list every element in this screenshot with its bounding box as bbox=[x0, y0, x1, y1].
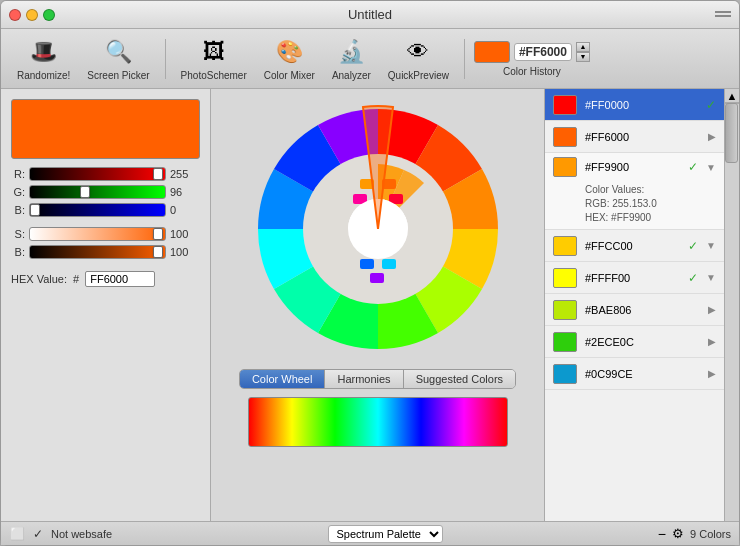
blue-slider[interactable] bbox=[29, 203, 166, 217]
saturation-label: S: bbox=[11, 228, 25, 240]
blue-label: B: bbox=[11, 204, 25, 216]
green-thumb[interactable] bbox=[80, 186, 90, 198]
color-list-item-expanded[interactable]: #FF9900 ✓ ▼ Color Values: RGB: 255.153.0… bbox=[545, 153, 724, 230]
analyzer-tool[interactable]: 🔬 Analyzer bbox=[326, 34, 377, 83]
color-name: #FFFF00 bbox=[585, 272, 680, 284]
color-mixer-tool[interactable]: 🎨 Color Mixer bbox=[258, 34, 321, 83]
bottom-right: − ⚙ 9 Colors bbox=[658, 526, 731, 542]
color-list-item[interactable]: #FF0000 ✓ bbox=[545, 89, 724, 121]
color-name: #FF0000 bbox=[585, 99, 698, 111]
color-name: #BAE806 bbox=[585, 304, 700, 316]
saturation-slider-row: S: 100 bbox=[11, 227, 200, 241]
close-button[interactable] bbox=[9, 9, 21, 21]
svg-rect-9 bbox=[370, 273, 384, 283]
color-count: 9 Colors bbox=[690, 528, 731, 540]
spectrum-select[interactable]: Spectrum Palette bbox=[328, 525, 443, 543]
scrollbar[interactable]: ▲ ▼ bbox=[724, 89, 739, 521]
saturation-value: 100 bbox=[170, 228, 200, 240]
resize-control[interactable] bbox=[715, 9, 731, 21]
photo-schemer-icon: 🖼 bbox=[198, 36, 230, 68]
stepper-up[interactable]: ▲ bbox=[576, 42, 590, 52]
color-swatch bbox=[553, 332, 577, 352]
color-list-item[interactable]: #2ECE0C ▶ bbox=[545, 326, 724, 358]
color-history-label: Color History bbox=[503, 66, 561, 77]
color-list-item[interactable]: #FFFF00 ✓ ▼ bbox=[545, 262, 724, 294]
color-arrow: ▶ bbox=[708, 304, 716, 315]
screen-picker-tool[interactable]: 🔍 Screen Picker bbox=[81, 34, 155, 83]
quick-preview-tool[interactable]: 👁 QuickPreview bbox=[382, 34, 455, 83]
green-slider[interactable] bbox=[29, 185, 166, 199]
not-websafe-label: Not websafe bbox=[51, 528, 112, 540]
bottom-bar: ⬜ ✓ Not websafe Spectrum Palette − ⚙ 9 C… bbox=[1, 521, 739, 545]
color-list-item[interactable]: #0C99CE ▶ bbox=[545, 358, 724, 390]
scroll-up-button[interactable]: ▲ bbox=[725, 89, 739, 103]
red-slider-row: R: 255 bbox=[11, 167, 200, 181]
svg-rect-7 bbox=[360, 259, 374, 269]
photo-schemer-tool[interactable]: 🖼 PhotoSchemer bbox=[175, 34, 253, 83]
color-swatch bbox=[553, 236, 577, 256]
red-slider[interactable] bbox=[29, 167, 166, 181]
brightness-thumb[interactable] bbox=[153, 246, 163, 258]
color-list: #FF0000 ✓ #FF6000 ▶ #FF9900 bbox=[545, 89, 724, 521]
color-name: #FF9900 bbox=[585, 161, 680, 173]
current-color-swatch bbox=[474, 41, 510, 63]
red-value: 255 bbox=[170, 168, 200, 180]
toolbar-separator-2 bbox=[464, 39, 465, 79]
color-list-item[interactable]: #FF6000 ▶ bbox=[545, 121, 724, 153]
color-stepper[interactable]: ▲ ▼ bbox=[576, 42, 590, 62]
rgb-sliders: R: 255 G: 96 B: bbox=[11, 167, 200, 217]
maximize-button[interactable] bbox=[43, 9, 55, 21]
color-arrow: ▼ bbox=[706, 272, 716, 283]
bottom-center: Spectrum Palette bbox=[120, 525, 650, 543]
tab-harmonies[interactable]: Harmonies bbox=[325, 370, 403, 388]
settings-icon[interactable]: ⚙ bbox=[672, 526, 684, 541]
color-swatch bbox=[553, 95, 577, 115]
color-history-widget: #FF6000 ▲ ▼ Color History bbox=[474, 41, 590, 77]
toolbar: 🎩 Randomize! 🔍 Screen Picker 🖼 PhotoSche… bbox=[1, 29, 739, 89]
scrollbar-thumb[interactable] bbox=[725, 103, 738, 163]
color-wheel[interactable] bbox=[248, 99, 508, 359]
tooltip-label: Color Values: bbox=[585, 183, 716, 197]
red-label: R: bbox=[11, 168, 25, 180]
quick-preview-label: QuickPreview bbox=[388, 70, 449, 81]
brightness-label: B: bbox=[11, 246, 25, 258]
saturation-slider[interactable] bbox=[29, 227, 166, 241]
red-thumb[interactable] bbox=[153, 168, 163, 180]
saturation-thumb[interactable] bbox=[153, 228, 163, 240]
color-name: #0C99CE bbox=[585, 368, 700, 380]
color-arrow-down: ▼ bbox=[706, 162, 716, 173]
stepper-down[interactable]: ▼ bbox=[576, 52, 590, 62]
brightness-slider[interactable] bbox=[29, 245, 166, 259]
window-controls bbox=[9, 9, 55, 21]
color-name: #FF6000 bbox=[585, 131, 700, 143]
hex-input[interactable] bbox=[85, 271, 155, 287]
color-swatch bbox=[553, 157, 577, 177]
brightness-value: 100 bbox=[170, 246, 200, 258]
sb-sliders: S: 100 B: 100 bbox=[11, 227, 200, 259]
color-list-item[interactable]: #BAE806 ▶ bbox=[545, 294, 724, 326]
minus-button[interactable]: − bbox=[658, 526, 666, 542]
window-title: Untitled bbox=[348, 7, 392, 22]
color-mixer-label: Color Mixer bbox=[264, 70, 315, 81]
randomize-tool[interactable]: 🎩 Randomize! bbox=[11, 34, 76, 83]
center-panel: Color Wheel Harmonies Suggested Colors bbox=[211, 89, 544, 521]
color-list-item[interactable]: #FFCC00 ✓ ▼ bbox=[545, 230, 724, 262]
main-content: R: 255 G: 96 B: bbox=[1, 89, 739, 521]
spectrum-palette[interactable] bbox=[248, 397, 508, 447]
bottom-check: ✓ bbox=[33, 527, 43, 541]
color-check: ✓ bbox=[688, 271, 698, 285]
titlebar: Untitled bbox=[1, 1, 739, 29]
color-arrow: ▶ bbox=[708, 368, 716, 379]
photo-schemer-label: PhotoSchemer bbox=[181, 70, 247, 81]
left-panel: R: 255 G: 96 B: bbox=[1, 89, 211, 521]
green-value: 96 bbox=[170, 186, 200, 198]
color-list-item-row: #FF9900 ✓ ▼ bbox=[545, 153, 724, 181]
minimize-button[interactable] bbox=[26, 9, 38, 21]
green-label: G: bbox=[11, 186, 25, 198]
color-preview-swatch bbox=[11, 99, 200, 159]
blue-thumb[interactable] bbox=[30, 204, 40, 216]
tab-color-wheel[interactable]: Color Wheel bbox=[240, 370, 326, 388]
color-arrow: ▶ bbox=[708, 131, 716, 142]
tooltip-hex: HEX: #FF9900 bbox=[585, 211, 716, 225]
tab-suggested-colors[interactable]: Suggested Colors bbox=[404, 370, 515, 388]
